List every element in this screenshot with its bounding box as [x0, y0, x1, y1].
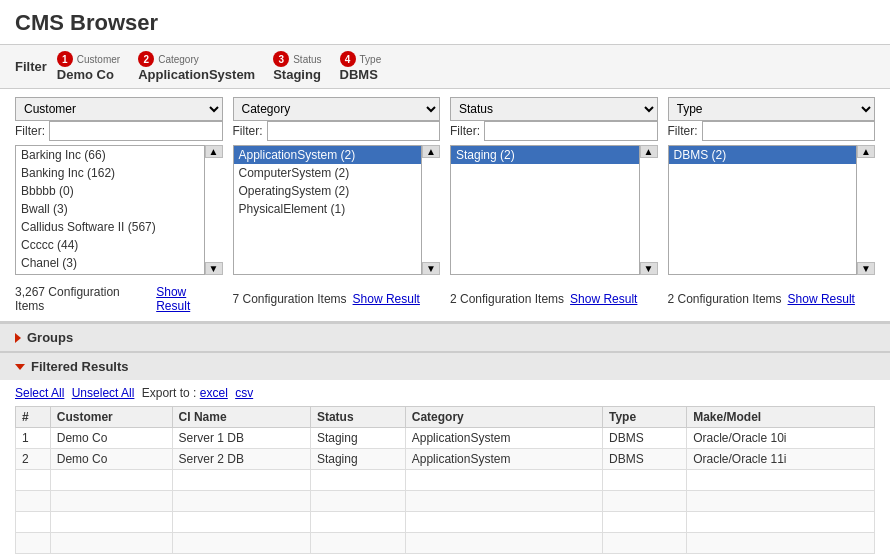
filter-dropdown-3[interactable]: Type — [668, 97, 876, 121]
filter-label-0: Filter: — [15, 124, 45, 138]
filtered-results-title: Filtered Results — [31, 359, 129, 374]
filter-input-1[interactable] — [267, 121, 441, 141]
export-excel-link[interactable]: excel — [200, 386, 228, 400]
listbox-wrap-3: DBMS (2) ▲ ▼ — [668, 145, 876, 275]
filter-bar: Filter 1 Customer Demo Co 2 Category App… — [0, 45, 890, 89]
table-row-empty — [16, 470, 875, 491]
listbox-3[interactable]: DBMS (2) — [668, 145, 858, 275]
select-all-link[interactable]: Select All — [15, 386, 64, 400]
empty-cell-1-4 — [405, 491, 602, 512]
col-header-2: CI Name — [172, 407, 310, 428]
show-result-link-1[interactable]: Show Result — [353, 292, 420, 306]
config-count-2: 2 Configuration Items — [450, 292, 564, 306]
filter-badge-3: 3 — [273, 51, 289, 67]
listbox-item-1-3[interactable]: PhysicalElement (1) — [234, 200, 422, 218]
filter-tag-value-4: DBMS — [340, 67, 382, 82]
config-count-1: 7 Configuration Items — [233, 292, 347, 306]
empty-cell-2-3 — [310, 512, 405, 533]
filter-col-0: CustomerFilter:Barking Inc (66)Banking I… — [15, 97, 223, 275]
filter-dropdown-2[interactable]: Status — [450, 97, 658, 121]
unselect-all-link[interactable]: Unselect All — [72, 386, 135, 400]
results-actions: Select All Unselect All Export to : exce… — [15, 380, 875, 406]
filter-col-3: TypeFilter:DBMS (2) ▲ ▼ — [668, 97, 876, 275]
filter-dropdown-0[interactable]: Customer — [15, 97, 223, 121]
listbox-item-1-0[interactable]: ApplicationSystem (2) — [234, 146, 422, 164]
filter-input-3[interactable] — [702, 121, 876, 141]
export-csv-link[interactable]: csv — [235, 386, 253, 400]
filtered-results-triangle-icon — [15, 364, 25, 370]
empty-cell-1-1 — [50, 491, 172, 512]
empty-cell-3-2 — [172, 533, 310, 554]
table-row-empty — [16, 491, 875, 512]
show-result-link-0[interactable]: Show Result — [156, 285, 222, 313]
cell-1-5: DBMS — [602, 449, 686, 470]
table-row[interactable]: 2Demo CoServer 2 DBStagingApplicationSys… — [16, 449, 875, 470]
empty-cell-3-4 — [405, 533, 602, 554]
groups-section[interactable]: Groups — [0, 323, 890, 352]
filter-input-2[interactable] — [484, 121, 658, 141]
listbox-item-3-0[interactable]: DBMS (2) — [669, 146, 857, 164]
filter-input-0[interactable] — [49, 121, 223, 141]
empty-cell-0-5 — [602, 470, 686, 491]
filter-dropdown-1[interactable]: Category — [233, 97, 441, 121]
cell-1-1: Demo Co — [50, 449, 172, 470]
listbox-item-1-2[interactable]: OperatingSystem (2) — [234, 182, 422, 200]
listbox-item-0-0[interactable]: Barking Inc (66) — [16, 146, 204, 164]
col-header-0: # — [16, 407, 51, 428]
show-result-link-2[interactable]: Show Result — [570, 292, 637, 306]
groups-triangle-icon — [15, 333, 21, 343]
footer-col-0: 3,267 Configuration Items Show Result — [15, 285, 223, 313]
config-count-0: 3,267 Configuration Items — [15, 285, 150, 313]
cell-0-6: Oracle/Oracle 10i — [687, 428, 875, 449]
scroll-up-btn-2[interactable]: ▲ — [640, 145, 658, 158]
empty-cell-0-2 — [172, 470, 310, 491]
filter-badge-4: 4 — [340, 51, 356, 67]
filtered-results-header[interactable]: Filtered Results — [0, 352, 890, 380]
cell-0-4: ApplicationSystem — [405, 428, 602, 449]
cell-1-0: 2 — [16, 449, 51, 470]
scroll-down-btn-1[interactable]: ▼ — [422, 262, 440, 275]
empty-cell-0-3 — [310, 470, 405, 491]
scroll-down-btn-3[interactable]: ▼ — [857, 262, 875, 275]
listbox-wrap-2: Staging (2) ▲ ▼ — [450, 145, 658, 275]
filter-tag-name-2: Category — [158, 54, 199, 65]
filter-col-1: CategoryFilter:ApplicationSystem (2)Comp… — [233, 97, 441, 275]
groups-header[interactable]: Groups — [0, 323, 890, 351]
listbox-item-0-3[interactable]: Bwall (3) — [16, 200, 204, 218]
filter-badge-2: 2 — [138, 51, 154, 67]
empty-cell-1-0 — [16, 491, 51, 512]
listbox-item-0-7[interactable]: Chuck's Test Customer (0) — [16, 272, 204, 275]
empty-cell-2-6 — [687, 512, 875, 533]
scroll-up-btn-1[interactable]: ▲ — [422, 145, 440, 158]
cell-0-5: DBMS — [602, 428, 686, 449]
table-row[interactable]: 1Demo CoServer 1 DBStagingApplicationSys… — [16, 428, 875, 449]
cell-1-4: ApplicationSystem — [405, 449, 602, 470]
show-result-link-3[interactable]: Show Result — [788, 292, 855, 306]
scroll-down-btn-0[interactable]: ▼ — [205, 262, 223, 275]
filter-tag-value-1: Demo Co — [57, 67, 120, 82]
filter-badge-1: 1 — [57, 51, 73, 67]
col-header-3: Status — [310, 407, 405, 428]
listbox-item-0-6[interactable]: Chanel (3) — [16, 254, 204, 272]
filter-tag-value-3: Staging — [273, 67, 321, 82]
scroll-down-btn-2[interactable]: ▼ — [640, 262, 658, 275]
filter-tag-4: 4 Type DBMS — [340, 51, 382, 82]
empty-cell-3-5 — [602, 533, 686, 554]
empty-cell-3-1 — [50, 533, 172, 554]
empty-cell-3-6 — [687, 533, 875, 554]
filter-tag-name-1: Customer — [77, 54, 120, 65]
listbox-item-0-2[interactable]: Bbbbb (0) — [16, 182, 204, 200]
listbox-item-2-0[interactable]: Staging (2) — [451, 146, 639, 164]
listbox-item-0-1[interactable]: Banking Inc (162) — [16, 164, 204, 182]
scroll-up-btn-0[interactable]: ▲ — [205, 145, 223, 158]
listbox-2[interactable]: Staging (2) — [450, 145, 640, 275]
listbox-item-1-1[interactable]: ComputerSystem (2) — [234, 164, 422, 182]
listbox-0[interactable]: Barking Inc (66)Banking Inc (162)Bbbbb (… — [15, 145, 205, 275]
listbox-item-0-4[interactable]: Callidus Software II (567) — [16, 218, 204, 236]
listbox-item-0-5[interactable]: Ccccc (44) — [16, 236, 204, 254]
listbox-1[interactable]: ApplicationSystem (2)ComputerSystem (2)O… — [233, 145, 423, 275]
scroll-up-btn-3[interactable]: ▲ — [857, 145, 875, 158]
empty-cell-1-6 — [687, 491, 875, 512]
col-header-4: Category — [405, 407, 602, 428]
col-header-6: Make/Model — [687, 407, 875, 428]
